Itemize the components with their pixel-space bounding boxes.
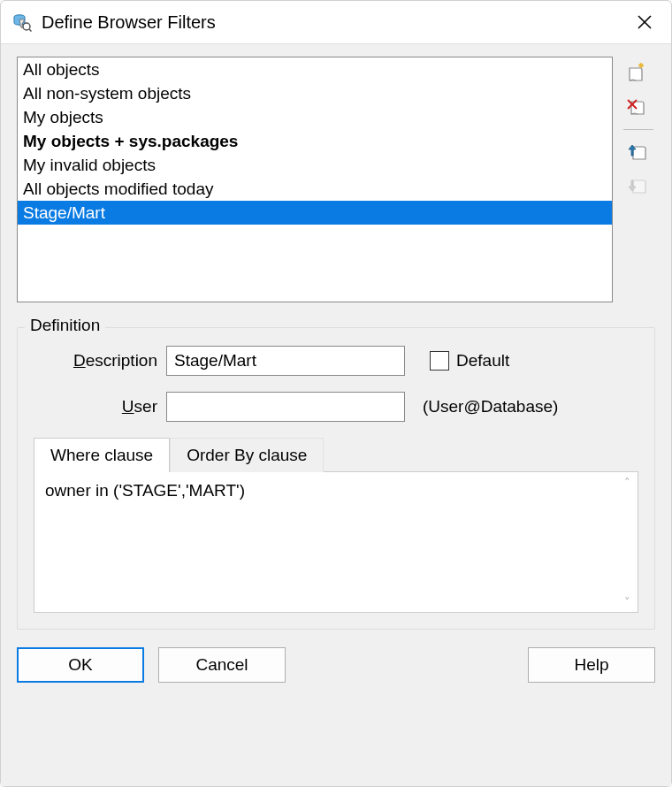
help-button[interactable]: Help [528, 647, 655, 683]
titlebar: Define Browser Filters [1, 1, 671, 43]
filter-item[interactable]: My invalid objects [18, 153, 612, 177]
svg-line-2 [29, 29, 32, 32]
list-toolbar [622, 57, 655, 302]
scroll-down-icon: ˅ [618, 595, 636, 608]
dialog-title: Define Browser Filters [42, 12, 630, 33]
toolbar-separator [623, 129, 653, 130]
cancel-button[interactable]: Cancel [158, 647, 286, 683]
define-browser-filters-dialog: Define Browser Filters All objectsAll no… [0, 0, 672, 787]
new-page-icon [626, 63, 649, 84]
close-icon [638, 15, 652, 29]
checkbox-box [430, 351, 449, 371]
move-up-button[interactable] [622, 137, 653, 167]
delete-filter-button[interactable] [622, 92, 653, 122]
dialog-buttons: OK Cancel Help [17, 647, 655, 683]
ok-button[interactable]: OK [17, 647, 144, 683]
filter-item[interactable]: All objects modified today [18, 177, 612, 201]
tab-where-clause[interactable]: Where clause [34, 438, 170, 472]
filter-db-icon [11, 11, 33, 33]
default-checkbox[interactable]: Default [430, 351, 509, 371]
definition-legend: Definition [25, 316, 105, 335]
svg-point-1 [23, 23, 30, 30]
filter-item[interactable]: All non-system objects [18, 81, 612, 105]
new-filter-button[interactable] [622, 58, 653, 88]
user-suffix: (User@Database) [423, 397, 558, 416]
filter-item[interactable]: My objects + sys.packages [18, 129, 612, 153]
filter-item[interactable]: All objects [18, 57, 612, 81]
clause-tabs: Where clause Order By clause [34, 438, 638, 472]
delete-page-icon [626, 96, 649, 118]
user-row: User (User@Database) [34, 392, 638, 422]
filters-row: All objectsAll non-system objectsMy obje… [17, 57, 655, 302]
filter-list[interactable]: All objectsAll non-system objectsMy obje… [17, 57, 613, 302]
user-input[interactable] [166, 392, 405, 422]
close-button[interactable] [630, 8, 659, 36]
page-up-icon [626, 141, 649, 163]
where-clause-textarea[interactable] [34, 472, 616, 612]
default-label: Default [456, 351, 509, 371]
filter-item[interactable]: Stage/Mart [18, 201, 612, 225]
definition-group: Definition Description Default User (Use… [17, 327, 655, 630]
tab-order-by-clause[interactable]: Order By clause [170, 438, 324, 472]
description-input[interactable] [166, 346, 405, 376]
clause-editor: ˄ ˅ [34, 471, 638, 613]
description-row: Description Default [34, 346, 638, 376]
textarea-scrollbar[interactable]: ˄ ˅ [616, 472, 638, 612]
description-label: Description [34, 351, 157, 371]
page-down-icon [626, 175, 649, 196]
dialog-content: All objectsAll non-system objectsMy obje… [1, 43, 671, 786]
filter-item[interactable]: My objects [18, 105, 612, 129]
scroll-up-icon: ˄ [618, 476, 636, 489]
user-label: User [34, 397, 157, 416]
move-down-button[interactable] [622, 171, 653, 201]
